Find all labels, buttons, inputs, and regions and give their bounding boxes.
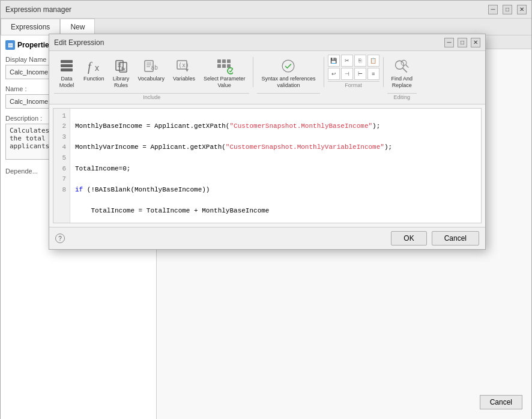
ok-button[interactable]: OK (391, 231, 426, 246)
line-num-3: 3 (57, 132, 66, 143)
validation-label (257, 93, 319, 94)
tab-new[interactable]: New (60, 19, 95, 35)
syntax-validation-button[interactable]: Syntax and referencesvalidation (257, 55, 319, 92)
undo-icon-btn[interactable]: ↩ (328, 68, 340, 80)
find-replace-icon (393, 58, 410, 74)
titlebar-controls: ─ □ ✕ (488, 5, 527, 14)
svg-text:fx: fx (121, 66, 126, 72)
save-icon-btn[interactable]: 💾 (328, 55, 340, 67)
line-num-4: 4 (57, 142, 66, 153)
edit-expression-modal: Edit Expression ─ □ ✕ (49, 34, 486, 250)
svg-rect-14 (61, 60, 73, 63)
vocabulary-button[interactable]: ab Vocabulary (134, 55, 169, 92)
close-button[interactable]: ✕ (517, 5, 527, 14)
tab-expressions[interactable]: Expressions (1, 19, 60, 35)
svg-line-44 (403, 68, 407, 73)
properties-icon: ▤ (5, 40, 15, 50)
main-window: Expression manager ─ □ ✕ Expressions New… (0, 0, 532, 419)
data-model-label: DataModel (59, 76, 74, 89)
modal-minimize-button[interactable]: ─ (444, 38, 454, 47)
code-editor[interactable]: 1 2 3 4 5 6 7 8 MonthlyBaseIncome = Appl… (53, 108, 482, 223)
library-rules-label: LibraryRules (113, 76, 130, 89)
svg-text:▾: ▾ (186, 67, 189, 73)
minimize-button[interactable]: ─ (488, 5, 498, 14)
line-num-6: 6 (57, 164, 66, 175)
format-row-2: ↩ ⊣ ⊢ ≡ (328, 68, 379, 80)
cut-icon-btn[interactable]: ✂ (341, 55, 353, 67)
svg-point-39 (228, 68, 233, 74)
modal-titlebar: Edit Expression ─ □ ✕ (49, 34, 485, 51)
editing-label: Editing (387, 93, 417, 100)
modal-controls: ─ □ ✕ (444, 38, 480, 47)
line-num-1: 1 (57, 111, 66, 122)
sep3 (383, 57, 384, 87)
svg-point-42 (283, 60, 295, 72)
modal-maximize-button[interactable]: □ (458, 38, 467, 47)
code-line-2: MonthlyVarIncome = Applicant.getXPath("C… (75, 142, 476, 153)
sep2 (324, 57, 324, 87)
editing-items: Find AndReplace (387, 55, 417, 92)
svg-rect-37 (222, 64, 226, 68)
code-line-5: TotalIncome = TotalIncome + MonthlyBaseI… (75, 206, 476, 217)
variables-button[interactable]: (x) ▾ Variables (169, 55, 199, 92)
line-numbers: 1 2 3 4 5 6 7 8 (53, 109, 70, 223)
validation-section: Syntax and referencesvalidation (257, 55, 319, 94)
variables-icon: (x) ▾ (175, 58, 192, 74)
help-icon[interactable]: ? (55, 234, 65, 243)
code-line-4: if (!BAIsBlank(MonthlyBaseIncome)) (75, 185, 476, 196)
svg-text:ab: ab (151, 64, 158, 71)
function-button[interactable]: f x Function (79, 55, 109, 92)
cancel-button[interactable]: Cancel (432, 231, 479, 246)
code-line-1: MonthlyBaseIncome = Applicant.getXPath("… (75, 121, 476, 132)
svg-text:x: x (95, 63, 99, 73)
indent-left-icon-btn[interactable]: ⊣ (341, 68, 353, 80)
format-icon-groups: 💾 ✂ ⎘ 📋 ↩ ⊣ ⊢ ≡ (328, 55, 379, 80)
data-model-button[interactable]: DataModel (54, 55, 79, 92)
modal-footer: ? OK Cancel (49, 227, 485, 249)
format-label: Format (328, 81, 379, 88)
svg-rect-35 (227, 59, 231, 63)
find-replace-label: Find AndReplace (391, 76, 413, 89)
svg-line-41 (231, 69, 232, 72)
data-model-icon (58, 58, 75, 74)
svg-rect-36 (217, 64, 221, 68)
paste-icon-btn[interactable]: 📋 (367, 55, 379, 67)
function-label: Function (83, 76, 104, 82)
function-icon: f x (85, 58, 102, 74)
svg-text:f: f (88, 60, 92, 74)
indent-right-icon-btn[interactable]: ⊢ (354, 68, 366, 80)
svg-rect-15 (61, 64, 73, 67)
format-icon-btn[interactable]: ≡ (367, 68, 379, 80)
include-label: Include (54, 93, 249, 100)
code-line-3: TotalIncome=0; (75, 164, 476, 175)
maximize-button[interactable]: □ (503, 5, 512, 14)
toolbar: DataModel f x Function (49, 51, 485, 104)
svg-line-46 (406, 65, 408, 67)
library-rules-button[interactable]: fx LibraryRules (109, 55, 134, 92)
syntax-validation-label: Syntax and referencesvalidation (261, 76, 315, 89)
main-window-title: Expression manager (5, 5, 71, 14)
select-param-button[interactable]: Select ParameterValue (199, 55, 250, 92)
modal-title: Edit Expression (54, 38, 104, 47)
editing-section: Find AndReplace Editing (387, 55, 417, 100)
syntax-validation-icon (280, 58, 297, 74)
sep1 (253, 57, 253, 87)
svg-rect-33 (217, 59, 221, 63)
find-replace-button[interactable]: Find AndReplace (387, 55, 417, 92)
include-section: DataModel f x Function (54, 55, 249, 100)
svg-rect-34 (222, 59, 226, 63)
validation-items: Syntax and referencesvalidation (257, 55, 319, 92)
main-cancel-button[interactable]: Cancel (480, 395, 522, 409)
select-param-icon (216, 58, 233, 74)
modal-close-button[interactable]: ✕ (471, 38, 480, 47)
library-rules-icon: fx (113, 58, 130, 74)
format-row-1: 💾 ✂ ⎘ 📋 (328, 55, 379, 67)
format-items: 💾 ✂ ⎘ 📋 ↩ ⊣ ⊢ ≡ (328, 55, 379, 80)
copy-icon-btn[interactable]: ⎘ (354, 55, 366, 67)
select-param-label: Select ParameterValue (204, 76, 246, 89)
svg-rect-16 (61, 68, 73, 71)
line-num-5: 5 (57, 153, 66, 164)
tab-bar: Expressions New (1, 19, 531, 35)
include-items: DataModel f x Function (54, 55, 249, 92)
vocabulary-icon: ab (143, 58, 160, 74)
